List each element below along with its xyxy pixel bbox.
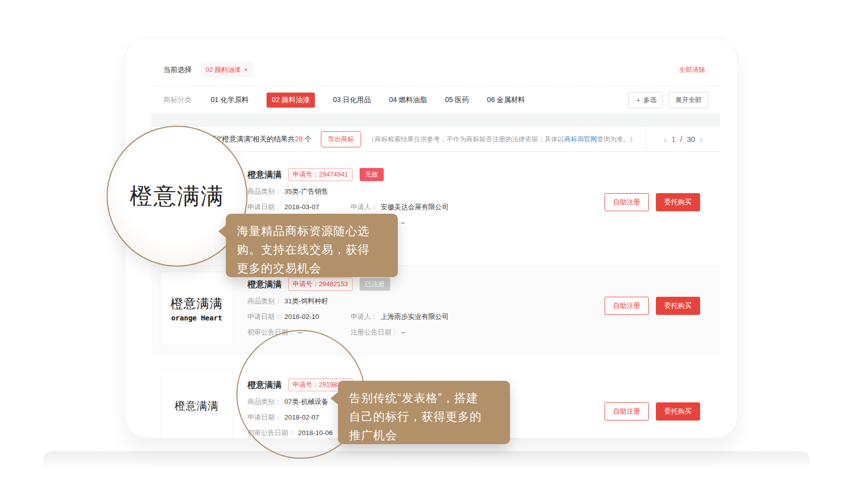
chip-close-icon[interactable]: × (244, 66, 248, 73)
pagination-separator: / (680, 135, 682, 143)
category-item-06[interactable]: 06 金属材料 (487, 96, 525, 105)
apply-date-label: 申请日期： (247, 203, 282, 211)
apply-date-col: 申请日期：2018-03-07 (247, 202, 351, 212)
row-actions: 自助注册 委托购买 (605, 297, 700, 315)
results-disclaimer: （商标检索结果仅供参考，不作为商标能否注册的法律依据；具体以商标局官网查询为准。… (368, 135, 636, 144)
trademark-name-line: 橙意满满 申请号：29474941 无效 (247, 168, 700, 181)
category-value: 31类-饲料种籽 (285, 296, 328, 306)
self-register-button[interactable]: 自助注册 (605, 193, 649, 211)
category-item-04[interactable]: 04 燃料油脂 (389, 96, 426, 105)
tooltip-line: 推广机会 (349, 426, 499, 445)
application-number-value: 29474941 (319, 171, 348, 178)
disclaimer-pre: （商标检索结果仅供参考，不作为商标能否注册的法律依据；具体以 (368, 135, 564, 143)
current-selection-label: 当前选择 (163, 65, 192, 74)
trademark-image-text: 橙意满满 (175, 399, 219, 413)
apply-date-value: 2018-02-10 (285, 313, 319, 320)
application-number-chip: 申请号：29474941 (288, 168, 353, 181)
trademark-name[interactable]: 橙意满满 (247, 169, 282, 181)
category-item-01[interactable]: 01 化学原料 (211, 96, 248, 105)
self-register-button[interactable]: 自助注册 (605, 402, 649, 421)
row-actions: 自助注册 委托购买 (605, 193, 700, 211)
category-label: 商品类别： (247, 296, 282, 306)
tooltip-line: 自己的标行，获得更多的 (349, 407, 499, 426)
category-item-03[interactable]: 03 日化用品 (333, 96, 371, 105)
trademark-name[interactable]: 橙意满满 (247, 279, 282, 290)
category-row-label: 商标分类 (163, 96, 192, 105)
applicant-label: 申请人： (351, 313, 378, 320)
section-divider (151, 114, 720, 127)
entrust-buy-button[interactable]: 委托购买 (656, 297, 700, 315)
application-number-label: 申请号： (293, 280, 319, 288)
status-badge: 无效 (360, 168, 384, 181)
tooltip-line: 更多的交易机会 (237, 259, 387, 278)
reg-notice-value: – (401, 219, 405, 226)
apply-date-value: 2018-03-07 (285, 203, 319, 211)
tooltip-line: 告别传统“发表格”，搭建 (349, 389, 499, 407)
reg-notice-value: – (401, 328, 405, 336)
expand-all-button[interactable]: 展开全部 (669, 92, 708, 108)
trademark-image[interactable]: 橙意满满 (160, 369, 233, 438)
trademark-name-line: 橙意满满 申请号：29482153 已注册 (247, 278, 700, 291)
entrust-buy-button[interactable]: 委托购买 (656, 193, 700, 211)
trademark-office-link[interactable]: 商标局官网 (564, 135, 597, 143)
pagination-next-icon[interactable]: › (700, 134, 703, 144)
magnified-trademark-text: 橙意满满 (130, 181, 224, 211)
selected-filter-chip-text: 02 颜料油漆 (206, 66, 241, 73)
clear-all-link[interactable]: 全部清除 (679, 65, 705, 74)
results-header: 当前分类下检索到“橙意满满”相关的结果共28 个 导出商标 （商标检索结果仅供参… (151, 127, 720, 152)
category-value: 35类-广告销售 (285, 186, 328, 197)
pagination-total-pages: 30 (687, 135, 695, 143)
page: 当前选择 02 颜料油漆× 全部清除 商标分类 01 化学原料 02 颜料油漆 … (0, 0, 853, 504)
trademark-image-text: 橙意满满 (170, 295, 223, 312)
application-number-value: 29482153 (319, 280, 348, 288)
category-item-05[interactable]: 05 医药 (445, 96, 469, 105)
trademark-image[interactable]: 橙意满满 orange Heart (160, 272, 233, 345)
disclaimer-post: 查询为准。） (597, 135, 636, 143)
results-count: 28 (295, 135, 303, 143)
filter-panel: 当前选择 02 颜料油漆× 全部清除 商标分类 01 化学原料 02 颜料油漆 … (151, 53, 720, 114)
category-label: 商品类别： (247, 186, 282, 197)
application-number-chip: 申请号：29482153 (288, 278, 353, 291)
entrust-buy-button[interactable]: 委托购买 (656, 402, 700, 421)
pagination: ‹ 1 / 30 › (646, 127, 720, 151)
apply-date-col: 申请日期：2018-02-10 (247, 311, 351, 322)
applicant-value: 安徽美达会展有限公司 (381, 203, 449, 211)
pagination-prev-icon[interactable]: ‹ (663, 134, 667, 144)
trademark-image-subtext: orange Heart (171, 314, 222, 322)
self-register-button[interactable]: 自助注册 (605, 297, 649, 315)
table-row: 橙意满满 orange Heart 橙意满满 申请号：29482153 已注册 … (151, 266, 720, 354)
selected-filter-chip[interactable]: 02 颜料油漆× (201, 62, 253, 77)
results-summary-suffix: 个 (303, 135, 312, 143)
laptop-base (43, 451, 810, 470)
applicant-label: 申请人： (351, 203, 378, 211)
tooltip-arrow-icon (330, 392, 338, 405)
apply-date-label: 申请日期： (247, 313, 282, 320)
applicant-col: 申请人：上海雨步实业有限公司 (351, 311, 449, 322)
category-item-02-selected[interactable]: 02 颜料油漆 (267, 93, 314, 108)
pagination-current-page: 1 (671, 135, 675, 143)
category-row: 商标分类 01 化学原料 02 颜料油漆 03 日化用品 04 燃料油脂 05 … (151, 87, 720, 114)
tooltip-marketplace: 海量精品商标资源随心选 购。支持在线交易，获得 更多的交易机会 (226, 214, 398, 277)
tooltip-arrow-icon (218, 225, 226, 238)
multi-select-button[interactable]: ＋ 多选 (628, 92, 663, 108)
row-actions: 自助注册 委托购买 (605, 402, 700, 421)
tooltip-line: 海量精品商标资源随心选 (237, 222, 387, 240)
reg-notice-label: 注册公告日期： (351, 328, 398, 336)
tooltip-promotion: 告别传统“发表格”，搭建 自己的标行，获得更多的 推广机会 (338, 381, 510, 444)
applicant-col: 申请人：安徽美达会展有限公司 (351, 202, 449, 212)
applicant-value: 上海雨步实业有限公司 (381, 313, 449, 320)
application-number-label: 申请号： (293, 171, 319, 178)
current-selection-row: 当前选择 02 颜料油漆× 全部清除 (151, 53, 720, 87)
reg-notice-col: 注册公告日期：– (351, 327, 405, 338)
tooltip-line: 购。支持在线交易，获得 (237, 240, 387, 259)
status-badge: 已注册 (360, 278, 390, 291)
export-trademarks-button[interactable]: 导出商标 (321, 131, 361, 147)
category-actions: ＋ 多选 展开全部 (628, 92, 708, 108)
